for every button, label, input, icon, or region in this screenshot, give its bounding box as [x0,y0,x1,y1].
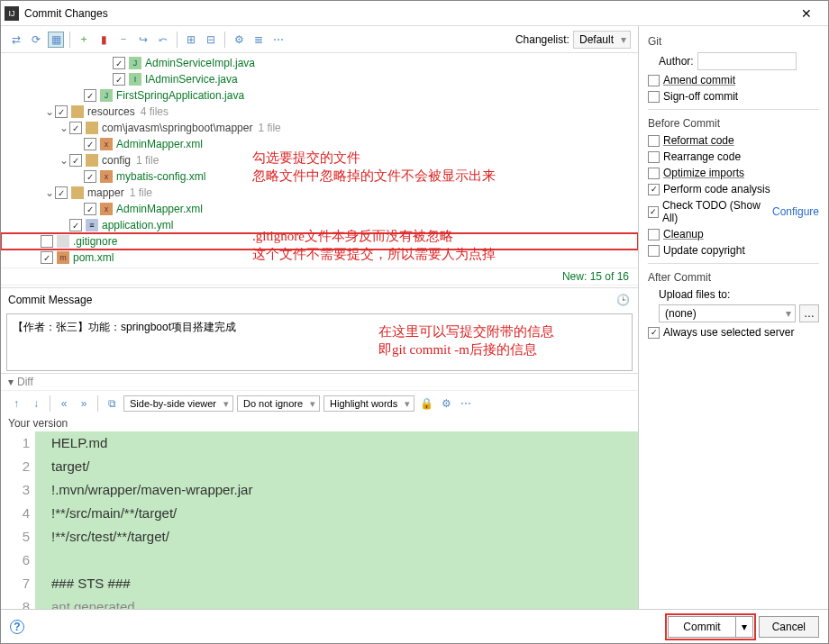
changelist-label: Changelist: [515,33,569,46]
amend-checkbox[interactable] [648,75,660,86]
file-icon: x [100,170,113,183]
refresh-icon[interactable]: ⟳ [28,32,44,48]
external-icon[interactable]: ⧉ [104,395,120,412]
expand-icon[interactable]: ⊞ [183,32,199,48]
prev-file-icon[interactable]: « [56,395,72,412]
diff-header[interactable]: ▾Diff [1,373,638,390]
help-icon[interactable]: ? [10,620,24,634]
author-input[interactable] [697,52,797,70]
cleanup-checkbox[interactable] [648,229,660,240]
changes-summary: New: 15 of 16 [1,268,638,285]
analysis-checkbox[interactable]: ✓ [648,184,660,195]
file-checkbox[interactable]: ✓ [84,89,96,102]
file-checkbox[interactable]: ✓ [113,73,125,86]
commit-message-input[interactable]: 【作者：张三】功能：springboot项目搭建完成 [6,313,633,371]
add-icon[interactable]: ＋ [76,32,92,48]
dialog-footer: ? Commit ▾ Cancel [1,609,828,643]
tree-row[interactable]: ✓JAdminServiceImpl.java [1,55,638,71]
commit-button[interactable]: Commit ▾ [668,616,752,638]
file-label: .gitignore [73,235,117,248]
expand-arrow-icon[interactable]: ⌄ [59,122,69,134]
titlebar: IJ Commit Changes ✕ [1,1,828,26]
file-label: mapper [87,186,124,199]
diff-view[interactable]: 12345678 HELP.mdtarget/!.mvn/wrapper/mav… [1,431,638,609]
close-icon[interactable]: ✕ [788,6,824,21]
changelist-select[interactable]: Default [573,31,631,49]
next-file-icon[interactable]: » [76,395,92,412]
scroll-hint: ◂▦▸ [1,285,638,287]
delete-icon[interactable]: － [115,32,132,48]
tree-row[interactable]: ✓xAdminMapper.xml [1,201,638,217]
file-icon [71,186,84,199]
file-hint: 1 file [130,186,152,199]
tree-row[interactable]: ⌄✓com\javasm\springboot\mapper1 file [1,120,638,136]
cancel-button[interactable]: Cancel [759,616,819,638]
changes-tree[interactable]: ✓JAdminServiceImpl.java✓IIAdminService.j… [1,53,638,287]
tree-row[interactable]: ⌄✓mapper1 file [1,185,638,201]
upload-select[interactable]: (none) [659,304,796,322]
rearrange-checkbox[interactable] [648,151,660,163]
show-diff-icon[interactable]: ⇄ [8,32,24,48]
file-checkbox[interactable]: ✓ [84,203,96,215]
more2-icon[interactable]: ⋯ [458,395,474,412]
prev-diff-icon[interactable]: ↑ [8,395,24,412]
file-checkbox[interactable]: ✓ [41,251,53,264]
tree-row[interactable]: ✓≡application.yml [1,217,638,233]
expand-arrow-icon[interactable]: ⌄ [44,105,55,118]
file-checkbox[interactable] [41,235,53,248]
move-icon[interactable]: ↪ [135,32,151,48]
todo-checkbox[interactable]: ✓ [648,206,659,218]
file-label: FirstSpringApplication.java [116,89,244,102]
file-icon: m [57,251,69,264]
file-checkbox[interactable]: ✓ [84,138,96,150]
revert-icon[interactable]: ⤺ [155,32,171,48]
file-checkbox[interactable]: ✓ [113,57,125,69]
history-icon[interactable]: 🕒 [615,292,631,308]
file-checkbox[interactable]: ✓ [55,186,68,199]
tree-row[interactable]: ✓mpom.xml [1,249,638,266]
tree-row[interactable]: ✓JFirstSpringApplication.java [1,87,638,104]
signoff-checkbox[interactable] [648,91,660,103]
configure-link[interactable]: Configure [772,205,819,218]
collapse-icon[interactable]: ⊟ [203,32,219,48]
file-icon [71,105,84,118]
file-label: resources [87,105,135,118]
next-diff-icon[interactable]: ↓ [28,395,44,412]
group-icon[interactable]: ▦ [48,32,64,48]
more-icon[interactable]: ⋯ [270,32,287,48]
expand-arrow-icon[interactable]: ⌄ [59,154,69,167]
file-checkbox[interactable]: ✓ [84,170,96,183]
tree-row[interactable]: .gitignore [1,233,638,249]
file-checkbox[interactable]: ✓ [55,105,68,118]
gear-icon[interactable]: ⚙ [231,32,247,48]
commit-dropdown-icon[interactable]: ▾ [735,616,753,638]
file-checkbox[interactable]: ✓ [69,154,82,167]
lock-icon[interactable]: 🔒 [418,395,434,412]
upload-browse-button[interactable]: … [799,304,819,322]
file-icon: J [129,57,141,69]
remove-icon[interactable]: ▮ [96,32,112,48]
file-icon: ≡ [86,219,98,231]
optimize-checkbox[interactable] [648,168,660,179]
viewer-mode-select[interactable]: Side-by-side viewer [123,395,233,412]
file-label: AdminMapper.xml [116,138,203,150]
file-hint: 1 file [136,154,159,167]
tree-row[interactable]: ⌄✓config1 file [1,152,638,168]
highlight-mode-select[interactable]: Highlight words [323,395,414,412]
file-checkbox[interactable]: ✓ [69,219,82,231]
tree-row[interactable]: ✓xmybatis-config.xml [1,168,638,185]
tree-row[interactable]: ✓IIAdminService.java [1,71,638,87]
commit-options-panel: Git Author: Amend commit Sign-off commit… [639,26,828,609]
expand-arrow-icon[interactable]: ⌄ [44,186,55,199]
tree-row[interactable]: ⌄✓resources4 files [1,104,638,120]
copyright-checkbox[interactable] [648,245,660,257]
tree-row[interactable]: ✓xAdminMapper.xml [1,136,638,152]
reformat-checkbox[interactable] [648,135,660,147]
filter-icon[interactable]: ≣ [251,32,267,48]
after-commit-header: After Commit [648,271,819,284]
file-checkbox[interactable]: ✓ [69,122,82,134]
diff-toolbar: ↑ ↓ « » ⧉ Side-by-side viewer Do not ign… [1,390,638,415]
always-server-checkbox[interactable]: ✓ [648,327,660,339]
settings-icon[interactable]: ⚙ [438,395,454,412]
ignore-mode-select[interactable]: Do not ignore [237,395,320,412]
